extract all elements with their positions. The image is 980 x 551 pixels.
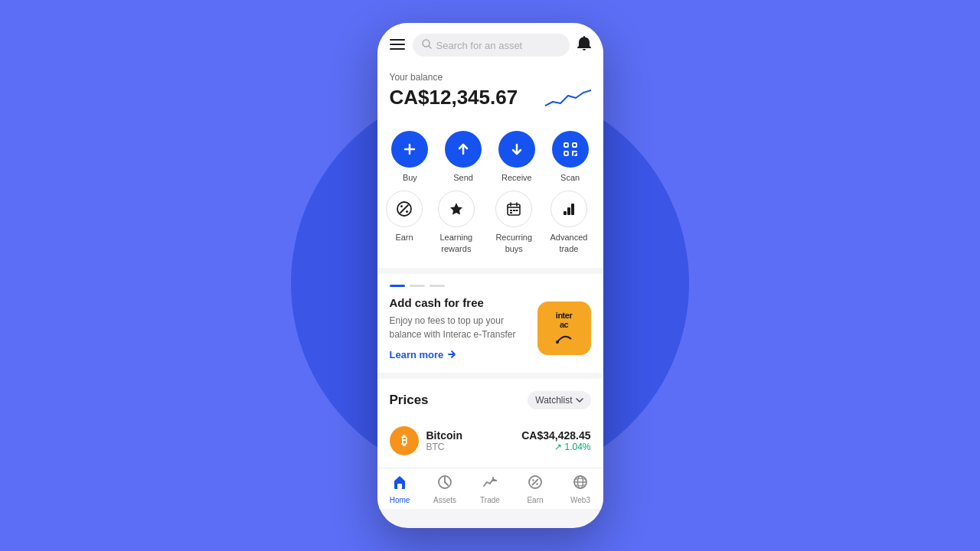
svg-rect-30 (567, 207, 570, 215)
nav-assets[interactable]: Assets (426, 474, 464, 504)
web3-icon (573, 474, 588, 494)
action-buy[interactable]: Buy (389, 131, 431, 183)
bitcoin-price-col: CA$34,428.45 ↗ 1.04% (521, 429, 590, 452)
actions-row-2: Earn Learning rewards (384, 191, 597, 254)
svg-rect-0 (390, 39, 405, 41)
svg-rect-33 (397, 484, 402, 489)
advanced-trade-icon-circle (550, 191, 587, 227)
earn-nav-icon (528, 474, 543, 494)
bitcoin-price: CA$34,428.45 (521, 429, 590, 442)
nav-earn-label: Earn (527, 496, 543, 504)
nav-web3-label: Web3 (570, 496, 590, 504)
balance-amount: CA$12,345.67 (390, 86, 518, 109)
banner-text: Add cash for free Enjoy no fees to top u… (390, 296, 537, 360)
bottom-nav: Home Assets (377, 468, 603, 509)
nav-web3[interactable]: Web3 (561, 474, 599, 504)
home-icon (392, 474, 407, 494)
svg-rect-29 (564, 211, 567, 215)
buy-icon-circle (391, 131, 428, 168)
svg-rect-27 (516, 210, 518, 211)
actions-section: Buy Send (377, 122, 603, 268)
bitcoin-ticker: BTC (426, 442, 514, 452)
bitcoin-change: ↗ 1.04% (521, 442, 590, 452)
bitcoin-name: Bitcoin (426, 429, 514, 442)
search-bar[interactable]: Search for an asset (413, 34, 570, 57)
sparkline-chart (545, 86, 591, 109)
svg-point-19 (406, 210, 408, 213)
svg-line-36 (445, 482, 448, 485)
banner-description: Enjoy no fees to top up your balance wit… (390, 314, 528, 341)
buy-label: Buy (403, 172, 417, 183)
svg-rect-10 (573, 143, 577, 147)
svg-rect-2 (390, 48, 405, 50)
earn-icon-circle (386, 191, 423, 227)
svg-point-42 (536, 483, 537, 484)
search-placeholder: Search for an asset (436, 40, 523, 51)
nav-home[interactable]: Home (381, 474, 419, 504)
action-send[interactable]: Send (443, 131, 485, 183)
svg-rect-26 (513, 210, 515, 211)
action-advanced-trade[interactable]: Advanced trade (541, 191, 596, 254)
nav-home-label: Home (390, 496, 410, 504)
action-earn[interactable]: Earn (384, 191, 426, 254)
action-learning-rewards[interactable]: Learning rewards (426, 191, 488, 254)
balance-section: Your balance CA$12,345.67 (377, 64, 603, 122)
nav-trade-label: Trade (480, 496, 500, 504)
banner-dots (390, 285, 591, 287)
svg-rect-11 (564, 152, 568, 155)
nav-trade[interactable]: Trade (471, 474, 509, 504)
receive-label: Receive (501, 172, 532, 183)
actions-row-1: Buy Send (384, 131, 597, 183)
receive-icon-circle (498, 131, 535, 168)
banner-content: Add cash for free Enjoy no fees to top u… (390, 296, 591, 360)
svg-rect-9 (564, 143, 568, 147)
svg-point-41 (532, 479, 534, 481)
scan-label: Scan (560, 172, 580, 183)
assets-icon (437, 474, 452, 494)
learning-rewards-label: Learning rewards (426, 232, 488, 254)
notification-bell-icon[interactable] (577, 36, 591, 55)
action-receive[interactable]: Receive (495, 131, 537, 183)
svg-rect-25 (510, 210, 512, 211)
send-icon-circle (445, 131, 482, 168)
prices-title: Prices (390, 393, 429, 408)
svg-rect-1 (390, 44, 405, 45)
svg-rect-28 (510, 212, 512, 214)
prices-header: Prices Watchlist (390, 391, 591, 409)
advanced-trade-label: Advanced trade (541, 232, 596, 254)
nav-assets-label: Assets (433, 496, 456, 504)
bitcoin-info: Bitcoin BTC (426, 429, 514, 452)
menu-icon[interactable] (390, 37, 405, 54)
prices-section: Prices Watchlist ₿ Bitcoin BTC CA$34,428… (377, 379, 603, 468)
action-scan[interactable]: Scan (549, 131, 591, 183)
dot-2 (410, 285, 425, 287)
nav-earn[interactable]: Earn (516, 474, 554, 504)
banner-title: Add cash for free (390, 296, 528, 309)
svg-marker-20 (450, 203, 462, 215)
send-label: Send (453, 172, 473, 183)
svg-line-4 (429, 46, 431, 48)
header: Search for an asset (377, 23, 603, 64)
balance-label: Your balance (390, 72, 591, 83)
interac-logo: interac (537, 302, 591, 355)
bitcoin-row[interactable]: ₿ Bitcoin BTC CA$34,428.45 ↗ 1.04% (390, 420, 591, 461)
watchlist-button[interactable]: Watchlist (528, 391, 590, 409)
learning-rewards-icon-circle (438, 191, 475, 227)
search-icon (422, 39, 432, 51)
bitcoin-icon: ₿ (390, 426, 419, 455)
recurring-buys-label: Recurring buys (487, 232, 541, 254)
banner-section: ✕ Add cash for free Enjoy no fees to top… (377, 274, 603, 373)
action-recurring-buys[interactable]: Recurring buys (487, 191, 541, 254)
svg-point-32 (556, 341, 559, 344)
earn-label: Earn (395, 232, 413, 243)
dot-3 (430, 285, 445, 287)
scan-icon-circle (552, 131, 589, 168)
dot-1 (390, 285, 405, 287)
svg-rect-31 (571, 204, 574, 215)
banner-learn-more-link[interactable]: Learn more (390, 349, 528, 360)
trade-icon (482, 474, 498, 494)
phone-frame: Search for an asset Your balance CA$12,3… (377, 23, 603, 528)
svg-point-18 (400, 205, 403, 207)
recurring-buys-icon-circle (495, 191, 532, 227)
